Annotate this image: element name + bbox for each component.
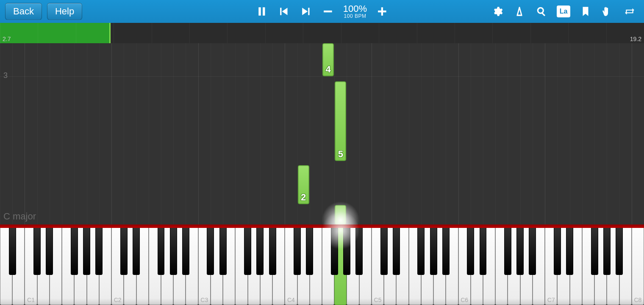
black-key[interactable] bbox=[467, 226, 474, 275]
octave-label: C1 bbox=[27, 297, 35, 303]
timeline-tick bbox=[152, 23, 152, 43]
black-key[interactable] bbox=[182, 226, 189, 275]
black-key[interactable] bbox=[244, 226, 251, 275]
black-key[interactable] bbox=[566, 226, 573, 275]
back-button[interactable]: Back bbox=[5, 3, 42, 20]
black-key[interactable] bbox=[120, 226, 128, 275]
black-key[interactable] bbox=[33, 226, 41, 275]
black-key[interactable] bbox=[591, 226, 598, 275]
key-line bbox=[161, 43, 161, 225]
tempo-plus-button[interactable] bbox=[375, 5, 389, 18]
black-key[interactable] bbox=[554, 226, 561, 275]
key-line bbox=[446, 43, 446, 225]
metronome-button[interactable] bbox=[513, 5, 526, 18]
key-line bbox=[223, 43, 223, 225]
black-key[interactable] bbox=[331, 226, 338, 275]
falling-note: 2 bbox=[298, 165, 309, 204]
octave-label: C3 bbox=[200, 297, 208, 303]
key-line bbox=[248, 43, 248, 225]
black-key[interactable] bbox=[219, 226, 227, 275]
svg-point-9 bbox=[538, 8, 543, 13]
timeline-tick bbox=[189, 23, 190, 43]
svg-rect-10 bbox=[541, 12, 545, 16]
zoom-button[interactable] bbox=[535, 5, 548, 18]
black-key[interactable] bbox=[393, 226, 400, 275]
timeline-tick bbox=[76, 23, 76, 43]
hands-button[interactable] bbox=[601, 5, 614, 18]
key-line bbox=[235, 43, 236, 225]
metronome-icon bbox=[514, 6, 525, 17]
svg-rect-4 bbox=[308, 8, 309, 15]
key-line bbox=[136, 43, 137, 225]
black-key[interactable] bbox=[516, 226, 524, 275]
black-key[interactable] bbox=[417, 226, 425, 275]
timeline-tick bbox=[265, 23, 266, 43]
key-line bbox=[87, 43, 87, 225]
key-line bbox=[409, 43, 409, 225]
black-key[interactable] bbox=[95, 226, 103, 275]
key-line bbox=[211, 43, 211, 225]
black-key[interactable] bbox=[256, 226, 264, 275]
black-key[interactable] bbox=[207, 226, 214, 275]
timeline-tick bbox=[492, 23, 493, 43]
svg-rect-2 bbox=[280, 8, 281, 15]
key-line bbox=[359, 43, 360, 225]
black-key[interactable] bbox=[306, 226, 313, 275]
tempo-percent: 100% bbox=[343, 4, 367, 14]
black-key[interactable] bbox=[603, 226, 611, 275]
key-line bbox=[557, 43, 558, 225]
black-key[interactable] bbox=[355, 226, 363, 275]
key-line bbox=[520, 43, 521, 225]
black-key[interactable] bbox=[46, 226, 53, 275]
key-line bbox=[149, 43, 149, 225]
black-key[interactable] bbox=[158, 226, 165, 275]
black-key[interactable] bbox=[616, 226, 623, 275]
black-key[interactable] bbox=[430, 226, 437, 275]
piano-keyboard[interactable]: C1C2C3C4C5C6C7C8 bbox=[0, 225, 644, 305]
note-name-button[interactable]: La bbox=[557, 6, 570, 17]
toolbar: Back Help 100% 100 BPM La bbox=[0, 0, 644, 23]
black-key[interactable] bbox=[504, 226, 511, 275]
octave-line bbox=[458, 43, 459, 225]
key-line bbox=[570, 43, 570, 225]
black-key[interactable] bbox=[442, 226, 450, 275]
white-key[interactable] bbox=[632, 226, 644, 305]
key-line bbox=[99, 43, 100, 225]
black-key[interactable] bbox=[529, 226, 536, 275]
black-key[interactable] bbox=[71, 226, 78, 275]
svg-marker-3 bbox=[282, 8, 288, 15]
key-line bbox=[508, 43, 508, 225]
key-line bbox=[186, 43, 186, 225]
bookmark-button[interactable] bbox=[579, 5, 592, 18]
black-key[interactable] bbox=[343, 226, 350, 275]
black-key[interactable] bbox=[269, 226, 276, 275]
timeline-strip[interactable]: 2.7 19.2 bbox=[0, 23, 644, 43]
tempo-minus-button[interactable] bbox=[321, 5, 335, 18]
black-key[interactable] bbox=[83, 226, 90, 275]
loop-button[interactable] bbox=[623, 5, 636, 18]
bookmark-icon bbox=[580, 6, 591, 17]
black-key[interactable] bbox=[294, 226, 301, 275]
timeline-tick bbox=[417, 23, 417, 43]
black-key[interactable] bbox=[170, 226, 177, 275]
note-fall-area[interactable]: 3 C major 452 bbox=[0, 43, 644, 225]
black-key[interactable] bbox=[9, 226, 16, 275]
black-key[interactable] bbox=[480, 226, 487, 275]
tempo-display[interactable]: 100% 100 BPM bbox=[343, 4, 367, 19]
magnifier-icon bbox=[536, 6, 547, 17]
key-line bbox=[619, 43, 620, 225]
key-line bbox=[0, 43, 0, 225]
octave-label: C2 bbox=[114, 297, 122, 303]
next-button[interactable] bbox=[299, 5, 313, 18]
key-line bbox=[74, 43, 75, 225]
key-line bbox=[347, 43, 347, 225]
prev-button[interactable] bbox=[277, 5, 291, 18]
help-button[interactable]: Help bbox=[47, 3, 82, 20]
settings-button[interactable] bbox=[491, 5, 504, 18]
black-key[interactable] bbox=[133, 226, 140, 275]
octave-label: C7 bbox=[547, 297, 555, 303]
timeline-tick bbox=[530, 23, 531, 43]
pause-button[interactable] bbox=[255, 5, 269, 18]
key-line bbox=[124, 43, 124, 225]
black-key[interactable] bbox=[380, 226, 388, 275]
